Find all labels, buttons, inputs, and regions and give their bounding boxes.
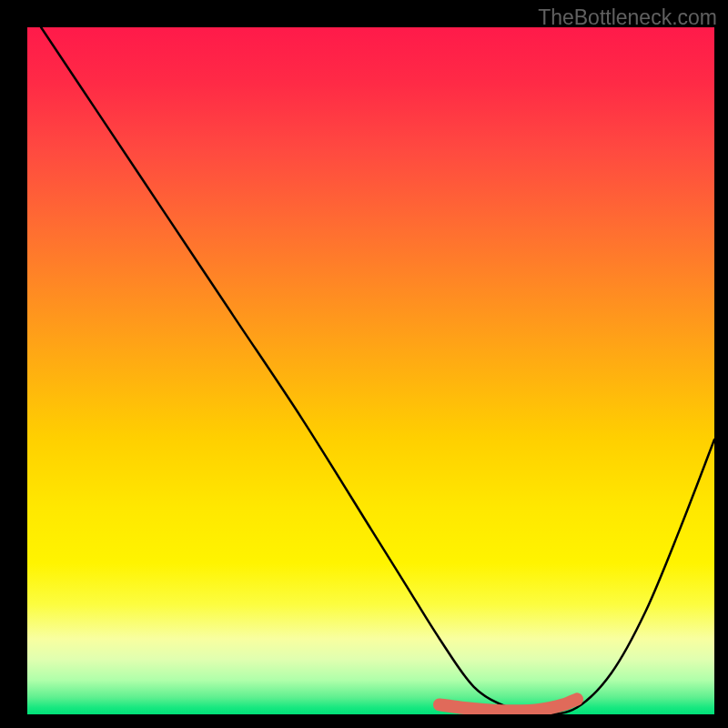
watermark-text: TheBottleneck.com	[538, 5, 717, 30]
chart-plot-area	[27, 27, 714, 714]
bottleneck-curve-path	[41, 27, 714, 714]
chart-svg	[27, 27, 714, 714]
optimal-range-highlight	[440, 699, 577, 711]
